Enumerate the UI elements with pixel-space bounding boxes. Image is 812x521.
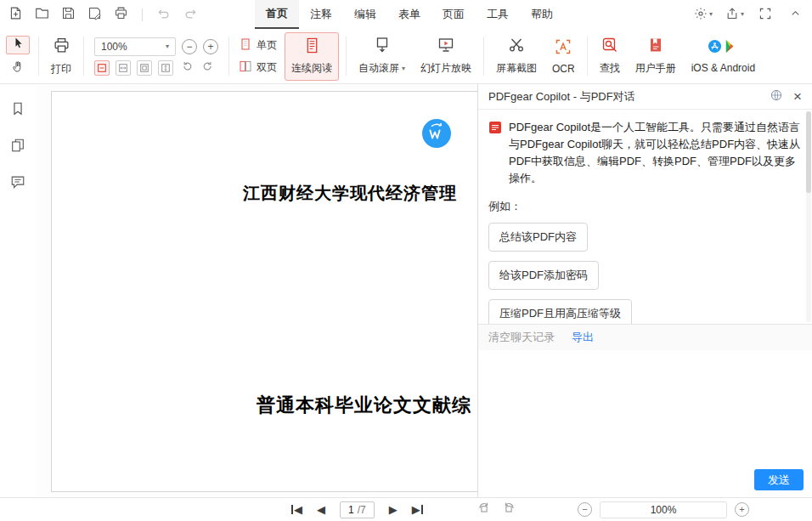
quick-access-toolbar (7, 0, 199, 29)
previous-page-button[interactable]: ◀ (317, 504, 325, 515)
statusbar-rotate-right-button[interactable] (502, 501, 516, 518)
single-page-label: 单页 (257, 38, 277, 53)
separator (587, 37, 588, 76)
double-page-button[interactable]: 双页 (239, 59, 277, 76)
screenshot-label: 屏幕截图 (496, 61, 537, 76)
page-number-input[interactable]: 1 /7 (340, 501, 375, 518)
collapse-ribbon-button[interactable] (787, 6, 804, 23)
gear-icon (694, 7, 708, 23)
save-button[interactable] (59, 6, 76, 23)
undo-button[interactable] (155, 6, 172, 23)
rotate-cw-button[interactable] (200, 60, 216, 76)
next-page-button[interactable]: ▶ (389, 504, 398, 515)
search-icon (601, 37, 618, 56)
suggestion-password-button[interactable]: 给该PDF添加密码 (488, 261, 599, 290)
user-manual-button[interactable]: 用户手册 (628, 33, 684, 79)
thumbnails-panel-button[interactable] (8, 138, 27, 156)
ocr-label: OCR (552, 63, 575, 75)
auto-scroll-label: 自动滚屏 (358, 61, 399, 76)
print-button[interactable]: 打印 (43, 33, 79, 80)
chevron-down-icon: ▾ (402, 65, 405, 72)
statusbar-zoom: − 100% + (578, 498, 749, 521)
statusbar-zoom-out-button[interactable]: − (578, 502, 592, 517)
settings-button[interactable]: ▾ (694, 7, 713, 23)
auto-scroll-button[interactable]: 自动滚屏▾ (351, 33, 413, 79)
rotate-left-icon (477, 506, 491, 518)
tab-form[interactable]: 表单 (387, 0, 431, 29)
copilot-header: PDFgear Copilot - 与PDF对话 × (478, 84, 812, 110)
quick-print-button[interactable] (112, 6, 129, 23)
pdf-page[interactable]: 江西财经大学现代经济管理 普通本科毕业论文文献综 (51, 91, 477, 492)
redo-button[interactable] (182, 6, 199, 23)
tab-tools[interactable]: 工具 (476, 0, 520, 29)
ios-android-icon (708, 38, 738, 57)
language-button[interactable] (770, 88, 783, 105)
ocr-icon (555, 38, 572, 58)
slideshow-label: 幻灯片放映 (420, 61, 471, 76)
slideshow-button[interactable]: 幻灯片放映 (413, 33, 479, 79)
tab-home[interactable]: 首页 (255, 0, 299, 29)
share-button[interactable]: ▾ (725, 7, 744, 23)
first-page-button[interactable]: ◀ (291, 504, 302, 515)
printer-icon (53, 37, 70, 57)
statusbar-zoom-value[interactable]: 100% (600, 501, 727, 518)
bookmarks-panel-button[interactable] (8, 101, 27, 120)
single-page-icon (239, 37, 252, 54)
hand-tool-button[interactable] (6, 59, 30, 77)
tab-annotate[interactable]: 注释 (299, 0, 343, 29)
mobile-apps-label: iOS & Android (691, 62, 755, 74)
ocr-button[interactable]: OCR (544, 35, 583, 78)
page-layout-group: 单页 双页 (234, 37, 282, 76)
open-file-button[interactable] (33, 6, 50, 23)
print-label: 打印 (51, 62, 71, 76)
screenshot-button[interactable]: 屏幕截图 (488, 33, 544, 79)
slideshow-icon (437, 37, 454, 56)
export-chat-button[interactable]: 导出 (572, 330, 594, 345)
tab-page[interactable]: 页面 (431, 0, 476, 29)
tab-help[interactable]: 帮助 (520, 0, 564, 29)
chevron-up-icon (789, 7, 802, 22)
chevron-down-icon: ▾ (741, 11, 744, 18)
send-button[interactable]: 发送 (754, 469, 804, 490)
zoom-select[interactable]: 100% ▾ (94, 37, 176, 56)
copilot-title: PDFgear Copilot - 与PDF对话 (488, 89, 770, 105)
chevron-down-icon: ▾ (166, 43, 169, 50)
suggestion-compress-button[interactable]: 压缩PDF且用高压缩等级 (488, 299, 632, 324)
continuous-reading-button[interactable]: 连续阅读 (285, 32, 339, 81)
menu-tabs: 首页 注释 编辑 表单 页面 工具 帮助 (255, 0, 564, 29)
single-page-button[interactable]: 单页 (239, 37, 277, 54)
copilot-close-button[interactable]: × (793, 89, 802, 104)
rotate-cw-icon (202, 60, 214, 76)
select-tool-button[interactable] (6, 36, 30, 54)
scrollbar-thumb[interactable] (806, 111, 811, 193)
clear-chat-button[interactable]: 清空聊天记录 (488, 330, 555, 345)
actual-size-button[interactable] (94, 60, 110, 76)
example-label: 例如： (488, 199, 802, 214)
new-file-button[interactable] (7, 6, 24, 23)
open-folder-icon (35, 6, 49, 23)
comments-panel-button[interactable] (8, 174, 27, 193)
redo-icon (183, 7, 197, 23)
copilot-scrollbar[interactable] (806, 111, 811, 322)
hand-icon (11, 59, 25, 76)
find-button[interactable]: 查找 (592, 33, 628, 79)
fit-page-button[interactable] (137, 60, 152, 76)
statusbar-zoom-in-button[interactable]: + (735, 502, 749, 517)
mobile-apps-button[interactable]: iOS & Android (684, 35, 763, 77)
statusbar-rotate-left-button[interactable] (477, 501, 491, 518)
last-page-button[interactable]: ▶ (412, 504, 423, 515)
zoom-out-button[interactable]: − (182, 39, 197, 54)
rotate-ccw-button[interactable] (179, 60, 195, 76)
rotate-ccw-icon (181, 60, 193, 76)
new-file-icon (8, 6, 23, 23)
fit-width-button[interactable] (116, 60, 131, 76)
fit-height-button[interactable] (158, 60, 173, 76)
suggestion-summarize-button[interactable]: 总结该PDF内容 (488, 223, 588, 252)
save-as-button[interactable] (86, 6, 103, 23)
word-convert-logo-icon (421, 118, 452, 149)
fullscreen-button[interactable] (757, 6, 774, 23)
select-tools (2, 36, 34, 77)
separator (228, 37, 229, 76)
tab-edit[interactable]: 编辑 (343, 0, 387, 29)
zoom-in-button[interactable]: + (203, 39, 218, 54)
